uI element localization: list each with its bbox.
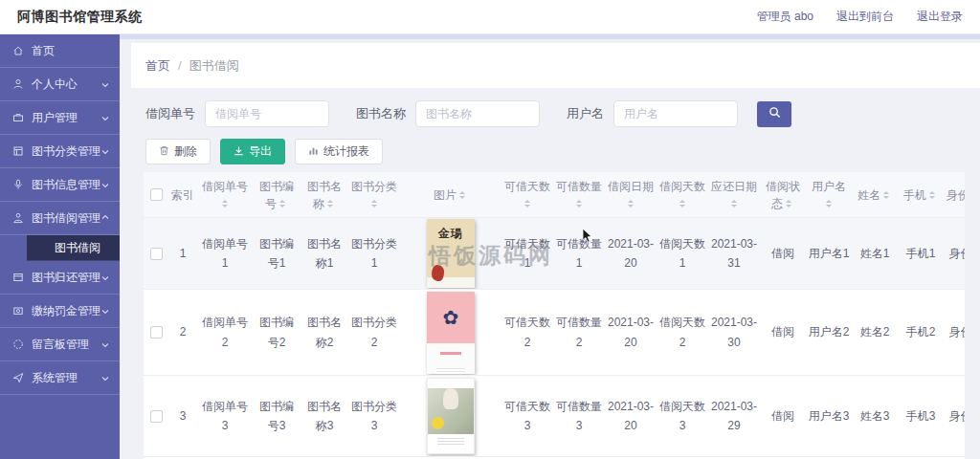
sidebar-item-6[interactable]: 图书归还管理 [0, 261, 120, 295]
sidebar-item-label: 图书归还管理 [32, 270, 100, 286]
table-row: 1借阅单号1图书编号1图书名称1图书分类1金瑒可借天数1可借数量12021-03… [144, 218, 965, 290]
column-header-label: 身份证 [947, 188, 965, 202]
column-header-label: 图片 [434, 188, 457, 202]
table-cell: 2021-03-31 [708, 218, 760, 289]
column-header[interactable]: 图书名称 [301, 172, 348, 217]
sidebar-item-3[interactable]: 图书分类管理 [0, 135, 120, 168]
breadcrumb-home[interactable]: 首页 [145, 57, 170, 75]
table-cell: 姓名3 [852, 376, 898, 456]
chevron-down-icon [100, 146, 110, 156]
column-header[interactable]: 图书分类 [348, 172, 400, 217]
column-header[interactable]: 借阅状态 [760, 172, 806, 217]
row-checkbox[interactable] [150, 248, 163, 260]
table-cell: 身份证2 [944, 290, 965, 375]
column-header-label: 用户名 [812, 180, 846, 193]
sort-caret-icon[interactable] [883, 188, 892, 202]
sidebar-item-1[interactable]: 个人中心 [0, 68, 120, 101]
table-cell: 用户名3 [806, 376, 852, 456]
table-cell: 可借天数2 [501, 290, 553, 375]
sort-caret-icon[interactable] [731, 197, 740, 210]
table-cell: 图书名称1 [301, 218, 348, 289]
username-input[interactable] [613, 100, 738, 127]
table-row: 2借阅单号2图书编号2图书名称2图书分类2可借天数2可借数量22021-03-2… [144, 290, 965, 376]
sort-caret-icon[interactable] [576, 197, 585, 210]
sidebar-subitem-5-0[interactable]: 图书借阅 [27, 235, 120, 261]
column-header-label: 借阅天数 [659, 180, 705, 193]
sort-caret-icon[interactable] [222, 197, 231, 210]
table-row: 3借阅单号3图书编号3图书名称3图书分类3可借天数3可借数量32021-03-2… [144, 376, 965, 457]
sort-caret-icon[interactable] [524, 197, 533, 210]
checkbox-cell [144, 290, 168, 375]
table-cell: 手机2 [898, 290, 944, 375]
fine-icon [12, 305, 24, 317]
sort-caret-icon[interactable] [327, 197, 336, 210]
sort-caret-icon[interactable] [459, 188, 468, 202]
table-cell: 可借数量2 [553, 290, 605, 375]
sidebar-item-9[interactable]: 系统管理 [0, 361, 120, 395]
table-cell: 手机1 [898, 218, 944, 289]
borrow-icon [12, 212, 24, 224]
page: 阿博图书馆管理系统 管理员 abo 退出到前台 退出登录 首页个人中心用户管理图… [0, 0, 980, 459]
column-header-label: 手机 [903, 188, 926, 202]
sort-caret-icon[interactable] [279, 197, 288, 210]
column-header[interactable]: 可借天数 [501, 172, 553, 217]
column-header[interactable]: 手机 [898, 172, 944, 217]
sidebar-item-2[interactable]: 用户管理 [0, 101, 120, 135]
logout-link[interactable]: 退出登录 [917, 9, 963, 25]
sidebar-item-4[interactable]: 图书信息管理 [0, 168, 120, 202]
order-no-input[interactable] [205, 100, 329, 127]
column-header[interactable]: 姓名 [852, 172, 898, 217]
column-header[interactable]: 用户名 [806, 172, 852, 217]
export-button[interactable]: 导出 [220, 139, 285, 164]
row-checkbox[interactable] [150, 326, 163, 339]
delete-button[interactable]: 删除 [145, 139, 211, 164]
column-header[interactable]: 可借数量 [553, 172, 605, 217]
column-header[interactable]: 图片 [400, 172, 501, 217]
chevron-down-icon [100, 306, 110, 316]
exit-to-front-link[interactable]: 退出到前台 [836, 9, 894, 25]
select-all-checkbox[interactable] [150, 188, 163, 201]
table-cell: 姓名2 [852, 290, 898, 375]
report-button[interactable]: 统计报表 [295, 139, 383, 164]
chevron-up-icon [100, 213, 110, 223]
sort-caret-icon[interactable] [679, 197, 688, 210]
user-icon [12, 78, 24, 90]
table-cell: 2021-03-29 [708, 376, 760, 456]
table-cell: 可借数量3 [553, 376, 605, 456]
column-header[interactable]: 应还日期 [708, 172, 760, 217]
column-header-label: 借阅日期 [608, 180, 654, 193]
sidebar-item-5[interactable]: 图书借阅管理 [0, 202, 120, 235]
table-cell: 图书编号3 [253, 376, 301, 456]
breadcrumb-separator: / [178, 58, 182, 73]
column-header-label: 可借天数 [504, 180, 550, 193]
column-header[interactable]: 借阅日期 [605, 172, 657, 217]
table-cell: 可借数量1 [553, 218, 605, 289]
column-header[interactable]: 借阅单号 [197, 172, 253, 217]
search-button[interactable] [757, 101, 791, 127]
book-name-input[interactable] [415, 100, 540, 127]
row-checkbox[interactable] [150, 410, 163, 423]
filter-book-name-label: 图书名称 [356, 105, 406, 122]
table-cell: 可借天数3 [501, 376, 553, 456]
book-cover-title: 金瑒 [427, 224, 475, 243]
sort-caret-icon[interactable] [929, 188, 938, 202]
sort-caret-icon[interactable] [628, 197, 636, 210]
filter-order-no-label: 借阅单号 [145, 105, 195, 122]
column-header[interactable]: 借阅天数 [657, 172, 708, 217]
sort-caret-icon[interactable] [371, 197, 380, 210]
column-header[interactable]: 身份证 [944, 172, 965, 217]
column-header[interactable]: 图书编号 [253, 172, 301, 217]
chevron-down-icon [100, 373, 110, 382]
sort-caret-icon[interactable] [826, 197, 835, 210]
sidebar-item-0[interactable]: 首页 [0, 34, 120, 68]
column-header-label: 借阅状态 [766, 180, 800, 210]
checkbox-cell [144, 172, 168, 217]
sidebar-item-7[interactable]: 缴纳罚金管理 [0, 295, 120, 328]
table-cell: 2021-03-30 [708, 290, 760, 375]
sort-caret-icon[interactable] [786, 197, 794, 210]
table-cell: 图书编号2 [253, 290, 301, 375]
table-cell: 3 [168, 376, 197, 456]
table-cell: 借阅天数3 [657, 376, 708, 456]
sidebar-item-8[interactable]: 留言板管理 [0, 328, 120, 361]
send-icon [12, 372, 24, 383]
